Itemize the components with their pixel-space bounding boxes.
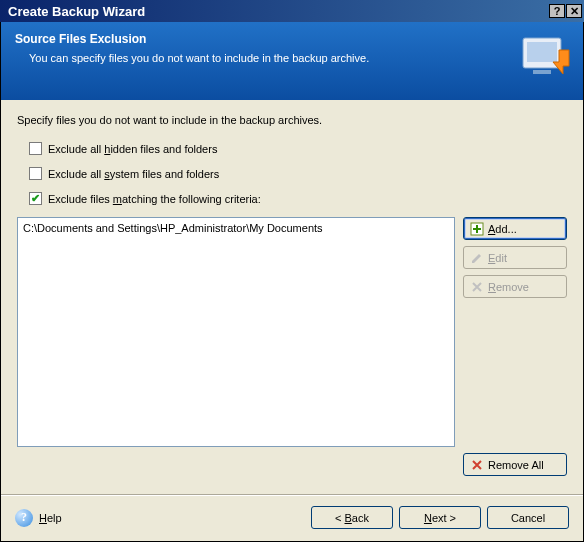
svg-rect-1: [527, 42, 557, 62]
cancel-button[interactable]: Cancel: [487, 506, 569, 529]
help-button[interactable]: ?: [549, 4, 565, 18]
button-label: < Back: [335, 512, 369, 524]
banner: Source Files Exclusion You can specify f…: [1, 22, 583, 100]
add-button[interactable]: Add...: [463, 217, 567, 240]
svg-rect-5: [473, 228, 481, 230]
footer: ? Help < Back Next > Cancel: [1, 496, 583, 541]
remove-all-icon: [470, 458, 484, 472]
button-label: Add...: [488, 223, 517, 235]
titlebar: Create Backup Wizard ? ✕: [0, 0, 584, 22]
add-icon: [470, 222, 484, 236]
back-button[interactable]: < Back: [311, 506, 393, 529]
button-label: Remove All: [488, 459, 544, 471]
edit-button: Edit: [463, 246, 567, 269]
checkbox-icon: ✔: [29, 192, 42, 205]
checkbox-label: Exclude all hidden files and folders: [48, 143, 217, 155]
edit-icon: [470, 251, 484, 265]
checkbox-icon: [29, 142, 42, 155]
close-button[interactable]: ✕: [566, 4, 582, 18]
criteria-listbox[interactable]: C:\Documents and Settings\HP_Administrat…: [17, 217, 455, 447]
button-label: Cancel: [511, 512, 545, 524]
next-button[interactable]: Next >: [399, 506, 481, 529]
checkbox-label: Exclude files matching the following cri…: [48, 193, 261, 205]
remove-all-row: Remove All: [17, 453, 567, 476]
remove-button: Remove: [463, 275, 567, 298]
backup-icon: [517, 30, 573, 86]
checkbox-exclude-system[interactable]: Exclude all system files and folders: [29, 167, 567, 180]
dialog-body: Source Files Exclusion You can specify f…: [0, 22, 584, 542]
checkbox-exclude-hidden[interactable]: Exclude all hidden files and folders: [29, 142, 567, 155]
help-icon: ?: [15, 509, 33, 527]
checkbox-exclude-matching[interactable]: ✔ Exclude files matching the following c…: [29, 192, 567, 205]
criteria-row: C:\Documents and Settings\HP_Administrat…: [17, 217, 567, 447]
button-label: Edit: [488, 252, 507, 264]
checkbox-icon: [29, 167, 42, 180]
banner-title: Source Files Exclusion: [15, 32, 569, 46]
window-title: Create Backup Wizard: [2, 4, 145, 19]
side-buttons: Add... Edit Remove: [463, 217, 567, 447]
help-link[interactable]: ? Help: [15, 509, 62, 527]
remove-icon: [470, 280, 484, 294]
checkbox-label: Exclude all system files and folders: [48, 168, 219, 180]
help-label: Help: [39, 512, 62, 524]
button-label: Remove: [488, 281, 529, 293]
button-label: Next >: [424, 512, 456, 524]
content-area: Specify files you do not want to include…: [1, 100, 583, 484]
list-item[interactable]: C:\Documents and Settings\HP_Administrat…: [23, 221, 449, 235]
nav-buttons: < Back Next > Cancel: [311, 506, 569, 529]
titlebar-buttons: ? ✕: [549, 4, 582, 18]
remove-all-button[interactable]: Remove All: [463, 453, 567, 476]
svg-rect-2: [533, 70, 551, 74]
banner-subtitle: You can specify files you do not want to…: [15, 52, 569, 64]
instruction-text: Specify files you do not want to include…: [17, 114, 567, 126]
